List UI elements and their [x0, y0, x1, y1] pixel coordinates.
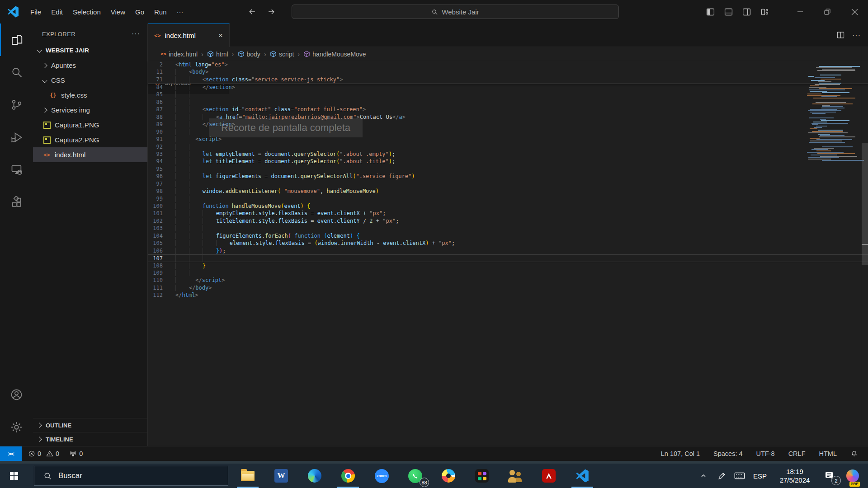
tree-item-captura1-png[interactable]: Captura1.PNG — [33, 117, 147, 132]
code-line-98[interactable]: 98 window.addEventListener( "mousemove",… — [148, 188, 868, 195]
menu-selection[interactable]: Selection — [68, 5, 106, 19]
close-button[interactable] — [841, 0, 868, 23]
code-line-95[interactable]: 95 — [148, 165, 868, 173]
menu-edit[interactable]: Edit — [46, 5, 68, 19]
taskbar-zoom[interactable]: zoom — [365, 464, 398, 488]
tree-item-apuntes[interactable]: Apuntes — [33, 58, 147, 73]
code-line-108[interactable]: 108 } — [148, 262, 868, 269]
code-line-88[interactable]: 88 <a href="mailto:jairperezbarrios@gmai… — [148, 113, 868, 121]
code-line-85[interactable]: 85 — [148, 91, 868, 98]
code-line-109[interactable]: 109 — [148, 269, 868, 277]
toggle-panel-icon[interactable] — [722, 5, 735, 19]
sticky-scroll[interactable]: 2<html lang="es">11 <body>71 <section cl… — [148, 61, 868, 84]
code-line-93[interactable]: 93 let emptyElement = document.querySele… — [148, 150, 868, 158]
tab-close-icon[interactable]: × — [218, 31, 223, 40]
code-line-91[interactable]: 91 <script> — [148, 136, 868, 143]
taskbar-file-explorer[interactable] — [231, 464, 264, 488]
tray-touch-keyboard-icon[interactable] — [731, 464, 748, 488]
code-editor[interactable]: 84 </section>85 86 87 <section id="conta… — [148, 61, 868, 446]
breadcrumb-item-index.html[interactable]: <>index.html — [160, 51, 198, 58]
code-line-87[interactable]: 87 <section id="contact" class="contact … — [148, 106, 868, 113]
tray-clock[interactable]: 18:19 27/5/2024 — [772, 467, 817, 484]
toggle-primary-sidebar-icon[interactable] — [703, 5, 717, 19]
activity-search[interactable] — [0, 56, 33, 89]
menu-view[interactable]: View — [106, 5, 130, 19]
problems-status[interactable]: 0 0 — [28, 450, 59, 457]
taskbar-acrobat[interactable] — [532, 464, 566, 488]
menu-file[interactable]: File — [25, 5, 46, 19]
explorer-section-website-jair[interactable]: WEBSITE JAIR — [33, 44, 147, 56]
code-line-71[interactable]: 71 <section class="service service-js st… — [148, 76, 868, 83]
breadcrumb-item-html[interactable]: html — [207, 51, 228, 58]
explorer-more-actions-icon[interactable]: ··· — [132, 30, 140, 38]
tree-item-style-css[interactable]: {}style.css — [33, 88, 147, 103]
menu-run[interactable]: Run — [149, 5, 172, 19]
bell-icon[interactable] — [850, 450, 858, 458]
tree-item-css[interactable]: CSS — [33, 73, 147, 88]
customize-layout-icon[interactable] — [758, 5, 771, 19]
settings-gear-icon[interactable] — [0, 411, 33, 443]
tree-item-captura2-png[interactable]: Captura2.PNG — [33, 132, 147, 147]
taskbar-figma[interactable] — [465, 464, 499, 488]
activity-explorer[interactable] — [0, 23, 33, 56]
breadcrumb-item-script[interactable]: script — [270, 51, 294, 58]
code-line-100[interactable]: 100 function handleMouseMove(event) { — [148, 202, 868, 210]
code-line-111[interactable]: 111 </body> — [148, 284, 868, 291]
editor-scrollbar[interactable] — [861, 47, 868, 446]
tray-language[interactable]: ESP — [750, 472, 770, 480]
status-language-mode[interactable]: HTML — [819, 450, 837, 457]
outline-panel-header[interactable]: OUTLINE — [33, 418, 147, 432]
code-line-89[interactable]: 89 </section> — [148, 121, 868, 128]
tray-chevron-up-icon[interactable] — [695, 464, 712, 488]
activity-remote-explorer[interactable] — [0, 154, 33, 186]
command-center-search[interactable]: Website Jair — [292, 5, 619, 19]
taskbar-photo-app[interactable] — [432, 464, 465, 488]
taskbar-search[interactable]: Buscar — [34, 466, 228, 486]
code-line-107[interactable]: 107 — [148, 254, 868, 262]
taskbar-whatsapp[interactable]: 88 — [398, 464, 432, 488]
breadcrumb-item-body[interactable]: body — [238, 51, 260, 58]
breadcrumb-item-handlemousemove[interactable]: handleMouseMove — [303, 51, 366, 58]
code-line-11[interactable]: 11 <body> — [148, 68, 868, 75]
menu-[interactable]: ··· — [172, 5, 189, 19]
status-encoding[interactable]: UTF-8 — [756, 450, 775, 457]
code-line-96[interactable]: 96 let figureElements = document.querySe… — [148, 173, 868, 180]
tree-item-services-img[interactable]: Services img — [33, 103, 147, 117]
taskbar-people-app[interactable] — [499, 464, 532, 488]
toggle-secondary-sidebar-icon[interactable] — [740, 5, 753, 19]
remote-indicator[interactable]: >< — [0, 446, 22, 461]
scrollbar-thumb[interactable] — [862, 143, 868, 265]
code-line-90[interactable]: 90 — [148, 128, 868, 136]
code-lines[interactable]: 84 </section>85 86 87 <section id="conta… — [148, 61, 868, 299]
code-line-97[interactable]: 97 — [148, 180, 868, 188]
code-line-105[interactable]: 105 element.style.flexBasis = (window.in… — [148, 239, 868, 247]
code-line-102[interactable]: 102 titleElement.style.flexBasis = event… — [148, 217, 868, 225]
accounts-icon[interactable] — [0, 378, 33, 411]
status-indentation[interactable]: Spaces: 4 — [713, 450, 743, 457]
taskbar-edge[interactable] — [298, 464, 331, 488]
code-line-110[interactable]: 110 </script> — [148, 277, 868, 284]
minimize-button[interactable] — [787, 0, 814, 23]
menu-go[interactable]: Go — [130, 5, 149, 19]
tree-item-index-html[interactable]: <>index.html — [33, 147, 147, 162]
minimap[interactable] — [806, 62, 861, 179]
code-line-94[interactable]: 94 let titleElement = document.querySele… — [148, 158, 868, 165]
split-editor-icon[interactable] — [836, 31, 845, 39]
timeline-panel-header[interactable]: TIMELINE — [33, 432, 147, 446]
taskbar-word[interactable]: W — [264, 464, 298, 488]
editor-more-actions-icon[interactable]: ··· — [852, 31, 861, 39]
tray-notifications[interactable]: 2 — [819, 464, 840, 488]
code-line-101[interactable]: 101 emptyElement.style.flexBasis = event… — [148, 210, 868, 217]
activity-run-debug[interactable] — [0, 121, 33, 154]
ports-status[interactable]: 0 — [69, 450, 83, 458]
forward-button[interactable] — [267, 7, 276, 16]
code-line-106[interactable]: 106 }); — [148, 247, 868, 254]
code-line-104[interactable]: 104 figureElements.forEach( function (el… — [148, 232, 868, 239]
code-line-84[interactable]: 84 </section> — [148, 84, 868, 91]
tab-index-html[interactable]: <>index.html× — [148, 23, 230, 47]
status-eol[interactable]: CRLF — [788, 450, 806, 457]
activity-source-control[interactable] — [0, 89, 33, 121]
start-button[interactable] — [0, 464, 28, 488]
back-button[interactable] — [248, 7, 257, 16]
tray-copilot-pre[interactable]: PRE — [842, 464, 863, 488]
